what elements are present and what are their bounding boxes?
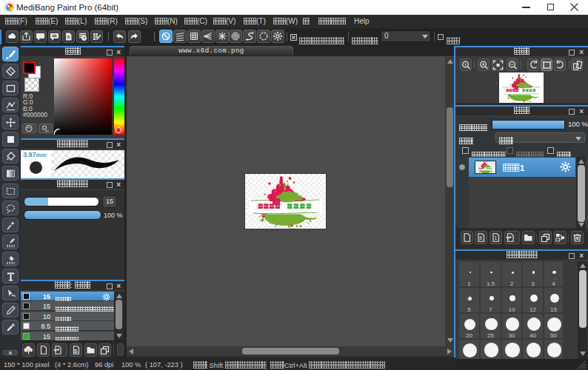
svg-text:S: S <box>74 349 78 354</box>
svg-text:8: 8 <box>479 235 482 240</box>
svg-text:1: 1 <box>495 235 498 240</box>
